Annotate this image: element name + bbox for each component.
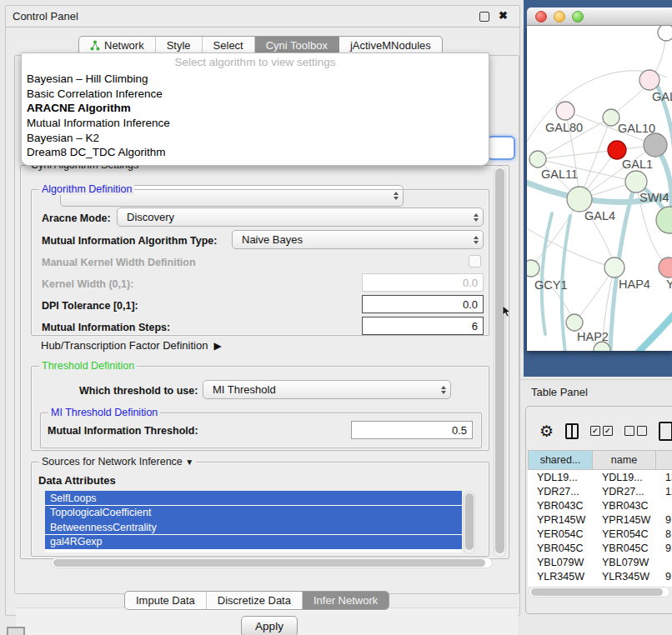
control-panel-titlebar: Control Panel bbox=[6, 6, 519, 28]
table-hscrollbar[interactable] bbox=[529, 587, 670, 598]
algorithm-option-selected[interactable]: ARACNE Algorithm bbox=[22, 101, 489, 116]
gear-icon[interactable]: ⚙ bbox=[539, 423, 554, 439]
table-row[interactable]: YPR145WYPR145W9. bbox=[528, 512, 672, 527]
mi-type-combo[interactable]: Naive Bayes bbox=[232, 230, 484, 249]
data-attributes-list[interactable]: SelfLoops TopologicalCoefficient Between… bbox=[45, 491, 462, 552]
input-value: 6 bbox=[472, 320, 478, 332]
tab-impute-data[interactable]: Impute Data bbox=[125, 592, 207, 609]
tab-jactivemnodules[interactable]: jActiveMNodules bbox=[339, 37, 442, 54]
hide-columns-icon[interactable] bbox=[624, 426, 647, 436]
algorithm-option[interactable]: Bayesian – K2 bbox=[22, 130, 489, 145]
settings-hscrollbar[interactable] bbox=[51, 558, 493, 568]
close-icon[interactable]: ✖ bbox=[499, 9, 508, 22]
node-gal1[interactable] bbox=[625, 171, 647, 192]
node[interactable] bbox=[658, 26, 672, 41]
tab-discretize-data[interactable]: Discretize Data bbox=[207, 592, 303, 609]
node-gal10[interactable] bbox=[603, 109, 619, 126]
node-label: GAL bbox=[652, 90, 672, 103]
node-gal-cut[interactable] bbox=[639, 70, 659, 90]
algorithm-definition-group: Algorithm Definition Aracne Mode: Discov… bbox=[31, 189, 489, 336]
column-header-name[interactable]: name bbox=[593, 450, 656, 470]
column-header-shared[interactable]: shared... bbox=[528, 450, 593, 470]
table-row[interactable]: YLR345WYLR345W9. bbox=[528, 569, 672, 583]
apply-label: Apply bbox=[255, 620, 283, 632]
table-row[interactable]: YDR27...YDR27...12 bbox=[528, 484, 672, 498]
table-row[interactable]: YBR043CYBR043C bbox=[528, 498, 672, 512]
mi-threshold-input[interactable]: 0.5 bbox=[351, 421, 473, 439]
list-item[interactable]: TopologicalCoefficient bbox=[45, 506, 462, 520]
table-cell: YBR043C bbox=[528, 500, 593, 512]
network-window-titlebar[interactable] bbox=[527, 8, 672, 26]
node-gal80[interactable] bbox=[556, 102, 574, 120]
aracne-mode-combo[interactable]: Discovery bbox=[117, 208, 484, 227]
kernel-width-input[interactable]: 0.0 bbox=[362, 273, 484, 292]
mi-steps-input[interactable]: 6 bbox=[362, 317, 484, 335]
combo-value: Discovery bbox=[127, 211, 174, 223]
list-scrollbar[interactable] bbox=[464, 491, 475, 554]
algorithm-option[interactable]: Basic Correlation Inference bbox=[22, 87, 489, 102]
node-hap2[interactable] bbox=[566, 314, 583, 331]
show-selected-columns-icon[interactable]: ✓ ✓ bbox=[590, 426, 613, 436]
node-label: HAP4 bbox=[619, 278, 650, 291]
checked-checkbox-icon: ✓ bbox=[590, 426, 600, 436]
hub-definition-toggle[interactable]: Hub/Transcription Factor Definition ▶ bbox=[41, 339, 222, 352]
expand-arrow-icon: ▶ bbox=[213, 340, 221, 352]
manual-kernel-checkbox[interactable] bbox=[469, 255, 481, 268]
minimize-traffic-light-icon[interactable] bbox=[554, 11, 565, 22]
which-threshold-combo[interactable]: MI Threshold bbox=[203, 380, 451, 399]
tab-cyni-toolbox[interactable]: Cyni Toolbox bbox=[255, 37, 339, 54]
apply-button[interactable]: Apply bbox=[241, 616, 298, 635]
node-gal11[interactable] bbox=[529, 151, 546, 168]
table-row[interactable]: YBL079WYBL079W bbox=[528, 555, 672, 569]
node-hap4[interactable] bbox=[604, 258, 624, 278]
settings-vscrollbar[interactable] bbox=[494, 166, 506, 558]
tab-select[interactable]: Select bbox=[203, 37, 255, 54]
panel-title: Control Panel bbox=[6, 10, 78, 22]
inference-algorithm-combo-fragment[interactable] bbox=[487, 136, 515, 160]
column-label: shared... bbox=[540, 454, 581, 466]
tab-label: Infer Network bbox=[313, 594, 378, 607]
sources-group-title[interactable]: Sources for Network Inference ▼ bbox=[39, 456, 196, 468]
list-item[interactable]: gal4RGexp bbox=[45, 535, 462, 549]
algorithm-definition-title: Algorithm Definition bbox=[39, 183, 134, 195]
node-label: GAL1 bbox=[622, 158, 653, 171]
screen: { "colors": { "selection_blue": "#3a68c8… bbox=[0, 0, 672, 635]
tab-label: Network bbox=[104, 39, 144, 52]
mi-steps-label: Mutual Information Steps: bbox=[42, 322, 170, 333]
table-row[interactable]: YBR045CYBR045C9. bbox=[528, 541, 672, 555]
mi-type-label: Mutual Information Algorithm Type: bbox=[42, 235, 217, 247]
list-item[interactable]: SelfLoops bbox=[45, 491, 462, 505]
threshold-definition-group: Threshold Definition Which threshold to … bbox=[31, 366, 489, 451]
table-row[interactable]: YER054CYER054C8. bbox=[528, 527, 672, 541]
tab-style[interactable]: Style bbox=[156, 37, 203, 54]
network-icon bbox=[90, 40, 100, 51]
document-icon[interactable] bbox=[659, 422, 672, 441]
column-layout-icon[interactable] bbox=[565, 423, 579, 439]
algorithm-option[interactable]: Mutual Information Inference bbox=[22, 116, 489, 131]
tab-label: Select bbox=[213, 39, 243, 52]
table-panel-titlebar: Table Panel bbox=[519, 379, 672, 403]
algorithm-option[interactable]: Dream8 DC_TDC Algorithm bbox=[22, 145, 489, 160]
list-item[interactable]: BetweennessCentrality bbox=[45, 520, 462, 534]
zoom-traffic-light-icon[interactable] bbox=[572, 11, 584, 22]
close-traffic-light-icon[interactable] bbox=[535, 11, 547, 22]
table-cell: YER054C bbox=[593, 528, 656, 540]
node-pink[interactable] bbox=[659, 258, 672, 278]
node-big-green[interactable] bbox=[656, 207, 672, 233]
float-panel-icon[interactable] bbox=[7, 627, 25, 635]
tab-infer-network[interactable]: Infer Network bbox=[303, 592, 389, 609]
column-header-cut[interactable] bbox=[656, 450, 672, 470]
node-gal4[interactable] bbox=[567, 187, 592, 212]
threshold-definition-title: Threshold Definition bbox=[39, 360, 137, 372]
dpi-tolerance-input[interactable]: 0.0 bbox=[362, 295, 484, 313]
control-panel: Control Panel ✖ Network Style Select Cyn… bbox=[5, 5, 520, 616]
node-selected-red[interactable] bbox=[608, 141, 626, 159]
table-row[interactable]: YDL19...YDL19...13 bbox=[528, 470, 672, 484]
hub-definition-label: Hub/Transcription Factor Definition bbox=[41, 339, 208, 352]
node-gray[interactable] bbox=[644, 133, 667, 157]
tab-network[interactable]: Network bbox=[79, 37, 156, 54]
node-gcy1[interactable] bbox=[527, 260, 539, 277]
float-window-icon[interactable] bbox=[479, 12, 489, 22]
algorithm-option[interactable]: Bayesian – Hill Climbing bbox=[22, 72, 489, 87]
network-canvas[interactable]: GAL GAL80 GAL10 GAL1 GAL11 SWI4 GAL4 GCY… bbox=[527, 26, 672, 351]
